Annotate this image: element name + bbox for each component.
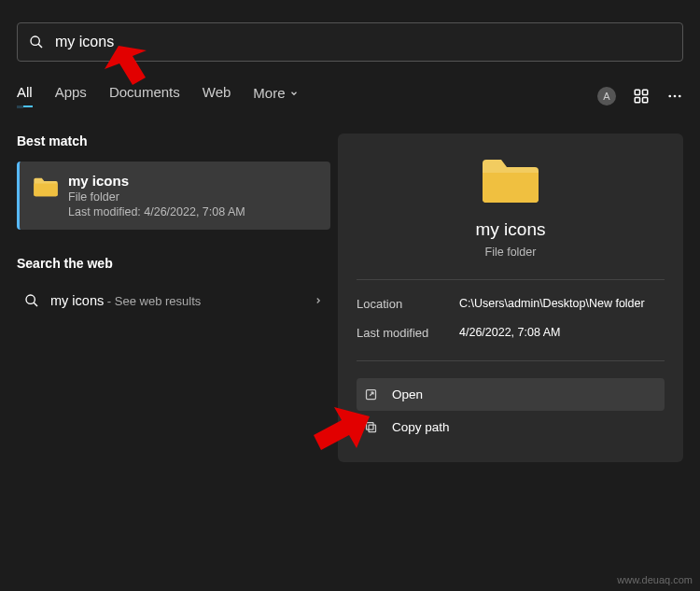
svg-rect-13 (367, 423, 374, 430)
match-modified: Last modified: 4/26/2022, 7:08 AM (68, 205, 245, 218)
preview-type: File folder (357, 246, 665, 259)
tab-all[interactable]: All (17, 84, 33, 107)
match-title: my icons (68, 173, 245, 189)
search-input[interactable] (55, 34, 671, 50)
svg-rect-12 (369, 425, 376, 432)
svg-rect-3 (643, 90, 648, 94)
tab-apps[interactable]: Apps (55, 84, 87, 107)
open-label: Open (392, 387, 423, 401)
watermark: www.deuaq.com (617, 574, 693, 585)
folder-icon (357, 156, 665, 204)
web-primary: my icons (50, 293, 104, 308)
copy-label: Copy path (392, 420, 450, 434)
search-icon (29, 35, 44, 49)
chevron-down-icon (289, 89, 299, 98)
tab-documents[interactable]: Documents (109, 84, 180, 107)
open-icon (364, 387, 379, 401)
preview-panel: my icons File folder Location C:\Users\a… (338, 134, 683, 462)
apps-grid-icon[interactable] (633, 88, 650, 105)
copy-path-action[interactable]: Copy path (357, 411, 665, 443)
chevron-right-icon (314, 296, 323, 305)
open-action[interactable]: Open (357, 378, 665, 411)
modified-label: Last modified (357, 326, 459, 340)
tab-more-label: More (253, 85, 285, 101)
location-value: C:\Users\admin\Desktop\New folder (459, 297, 645, 311)
svg-rect-4 (635, 97, 639, 102)
search-web-label: Search the web (17, 256, 330, 271)
svg-point-6 (668, 94, 671, 97)
preview-title: my icons (357, 219, 665, 240)
svg-rect-5 (643, 97, 648, 102)
tabs-row: All Apps Documents Web More A (17, 84, 683, 107)
search-bar[interactable] (17, 22, 683, 62)
avatar[interactable]: A (597, 87, 616, 106)
more-icon[interactable] (666, 88, 683, 105)
match-type: File folder (68, 190, 245, 204)
svg-line-10 (34, 303, 37, 306)
svg-point-8 (679, 94, 681, 97)
search-icon (24, 293, 39, 308)
web-secondary: - See web results (104, 294, 201, 308)
svg-point-7 (674, 94, 677, 97)
tab-more[interactable]: More (253, 84, 298, 107)
svg-point-0 (31, 36, 39, 45)
location-label: Location (357, 297, 459, 311)
modified-value: 4/26/2022, 7:08 AM (459, 326, 560, 340)
svg-point-9 (26, 295, 35, 303)
folder-icon (33, 173, 59, 197)
svg-line-1 (38, 44, 42, 48)
best-match-label: Best match (17, 134, 330, 148)
tab-web[interactable]: Web (203, 84, 231, 107)
divider (357, 279, 665, 280)
copy-icon (364, 420, 379, 434)
divider (357, 360, 665, 361)
web-result-item[interactable]: my icons - See web results (17, 284, 330, 317)
best-match-item[interactable]: my icons File folder Last modified: 4/26… (17, 162, 330, 230)
svg-rect-2 (635, 90, 639, 94)
